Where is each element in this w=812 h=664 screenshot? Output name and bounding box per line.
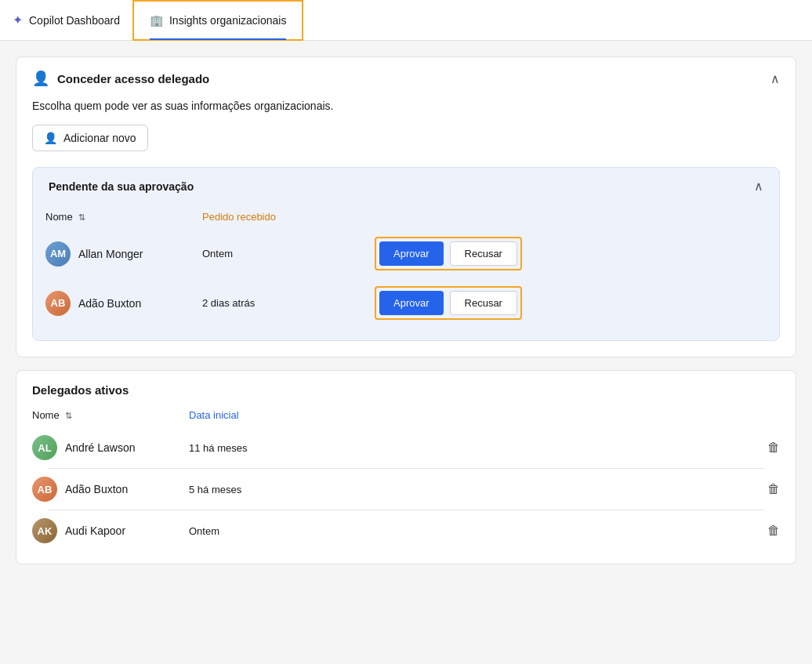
- avatar-initials: AB: [38, 484, 53, 495]
- user-name-adao: Adão Buxton: [78, 297, 141, 310]
- delegate-icon: 👤: [32, 70, 49, 87]
- reject-button-allan[interactable]: Recusar: [450, 241, 517, 266]
- nav-brand: ✦ Copilot Dashboard: [13, 13, 132, 27]
- grant-access-title: Conceder acesso delegado: [57, 72, 209, 85]
- approve-button-allan[interactable]: Aprovar: [379, 241, 444, 266]
- delete-icon-audi[interactable]: 🗑: [767, 524, 780, 538]
- delete-icon-adao2[interactable]: 🗑: [767, 482, 780, 496]
- pending-col-name-header: Nome ⇅: [45, 211, 202, 223]
- add-new-button[interactable]: 👤 Adicionar novo: [32, 125, 148, 151]
- grant-access-title-group: 👤 Conceder acesso delegado: [32, 70, 209, 87]
- tab-insights-label: Insights organizacionais: [169, 14, 286, 27]
- avatar: AM: [45, 241, 71, 267]
- table-row: AB Adão Buxton 5 há meses 🗑: [32, 469, 780, 510]
- user-cell-audi: AK Audi Kapoor: [32, 518, 189, 543]
- add-person-icon: 👤: [44, 132, 57, 144]
- tab-insights-organizacionais[interactable]: 🏢 Insights organizacionais: [132, 0, 303, 41]
- avatar: AB: [45, 291, 71, 316]
- approve-button-adao[interactable]: Aprovar: [379, 291, 444, 315]
- building-icon: 🏢: [150, 14, 163, 27]
- user-name-andre: André Lawson: [65, 441, 136, 454]
- avatar: AL: [32, 435, 57, 460]
- delete-icon-andre[interactable]: 🗑: [767, 441, 780, 455]
- reject-button-adao[interactable]: Recusar: [450, 291, 517, 315]
- delegates-sort-icon[interactable]: ⇅: [65, 411, 72, 420]
- pending-title: Pendente da sua aprovação: [49, 180, 194, 193]
- pending-collapse-icon[interactable]: ∧: [754, 179, 763, 194]
- start-date-adao2: 5 há meses: [189, 484, 361, 495]
- collapse-icon[interactable]: ∧: [770, 71, 780, 86]
- table-row: AM Allan Monger Ontem Aprovar Recusar: [45, 229, 767, 278]
- active-delegates-section: Delegados ativos Nome ⇅ Data inicial AL …: [16, 370, 796, 564]
- user-cell-adao2: AB Adão Buxton: [32, 477, 189, 502]
- request-date-allan: Ontem: [202, 248, 375, 259]
- grant-access-description: Escolha quem pode ver as suas informaçõe…: [16, 100, 796, 125]
- main-content: 👤 Conceder acesso delegado ∧ Escolha que…: [0, 41, 812, 593]
- grant-access-header: 👤 Conceder acesso delegado ∧: [16, 57, 796, 100]
- delegates-col-name-header: Nome ⇅: [32, 409, 189, 421]
- brand-label: Copilot Dashboard: [29, 14, 120, 27]
- table-row: AB Adão Buxton 2 dias atrás Aprovar Recu…: [45, 278, 767, 328]
- pending-col-date-header: Pedido recebido: [202, 211, 375, 223]
- table-row: AK Audi Kapoor Ontem 🗑: [32, 510, 780, 551]
- avatar: AB: [32, 477, 57, 502]
- add-new-label: Adicionar novo: [63, 132, 136, 144]
- sort-icon[interactable]: ⇅: [78, 212, 85, 222]
- delegates-table-header: Nome ⇅ Data inicial: [32, 403, 780, 427]
- start-date-andre: 11 há meses: [189, 442, 361, 454]
- user-name-adao2: Adão Buxton: [65, 483, 128, 495]
- highlight-box-row1: Aprovar Recusar: [375, 237, 522, 270]
- pending-section: Pendente da sua aprovação ∧ Nome ⇅ Pedid…: [32, 167, 780, 341]
- action-buttons-allan: Aprovar Recusar: [375, 237, 767, 270]
- pending-header: Pendente da sua aprovação ∧: [33, 168, 779, 205]
- user-cell-andre: AL André Lawson: [32, 435, 189, 460]
- action-buttons-adao: Aprovar Recusar: [375, 286, 767, 320]
- delegates-table: Nome ⇅ Data inicial AL André Lawson 11 h…: [16, 403, 796, 564]
- delegates-title: Delegados ativos: [16, 371, 796, 403]
- avatar-initials: AM: [50, 248, 66, 259]
- delegates-col-date-header: Data inicial: [189, 409, 361, 421]
- user-cell-adao: AB Adão Buxton: [45, 291, 202, 316]
- avatar-initials: AK: [38, 525, 53, 537]
- user-cell-allan: AM Allan Monger: [45, 241, 202, 267]
- pending-table-header: Nome ⇅ Pedido recebido: [45, 205, 767, 229]
- avatar: AK: [32, 518, 57, 543]
- pending-table: Nome ⇅ Pedido recebido AM Allan Monger O…: [33, 205, 779, 340]
- highlight-box-row2: Aprovar Recusar: [375, 286, 522, 320]
- avatar-initials: AL: [38, 442, 51, 454]
- table-row: AL André Lawson 11 há meses 🗑: [32, 427, 780, 468]
- avatar-initials: AB: [51, 297, 66, 309]
- top-navigation: ✦ Copilot Dashboard 🏢 Insights organizac…: [0, 0, 812, 41]
- sparkle-icon: ✦: [13, 13, 23, 27]
- grant-access-section: 👤 Conceder acesso delegado ∧ Escolha que…: [16, 56, 796, 357]
- start-date-audi: Ontem: [189, 525, 361, 537]
- request-date-adao: 2 dias atrás: [202, 297, 375, 309]
- user-name-audi: Audi Kapoor: [65, 524, 125, 537]
- user-name-allan: Allan Monger: [78, 248, 143, 260]
